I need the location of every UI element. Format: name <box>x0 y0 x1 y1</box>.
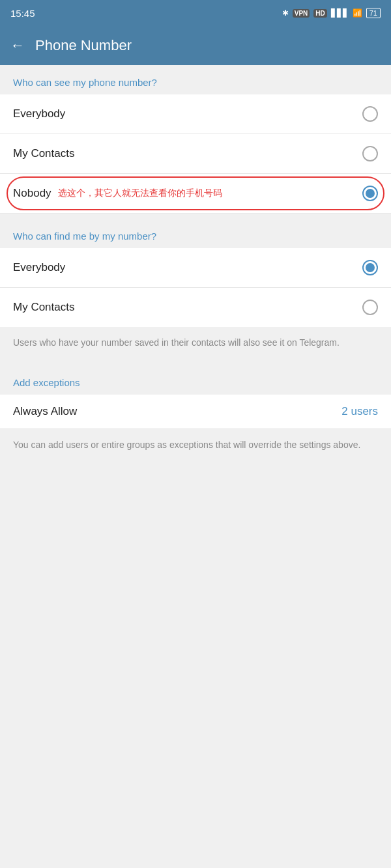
option-everybody1-label: Everybody <box>13 107 65 120</box>
option-everybody2-label: Everybody <box>13 261 65 274</box>
option-mycontacts2-label: My Contacts <box>13 301 74 314</box>
option-everybody1[interactable]: Everybody <box>0 94 391 134</box>
content: Who can see my phone number? Everybody M… <box>0 65 391 462</box>
option-mycontacts1-label: My Contacts <box>13 147 74 160</box>
section2-info: Users who have your number saved in thei… <box>0 327 391 360</box>
radio-mycontacts1[interactable] <box>362 146 378 161</box>
section3-info: You can add users or entire groups as ex… <box>0 429 391 462</box>
wifi-icon: 📶 <box>353 8 362 18</box>
option-nobody-label: Nobody <box>13 187 51 200</box>
radio-everybody2[interactable] <box>362 260 378 275</box>
gap2 <box>0 360 391 365</box>
always-allow-count: 2 users <box>341 405 378 418</box>
header: ← Phone Number <box>0 26 391 65</box>
status-icons: ✱ VPN HD ▋▋▋ 📶 71 <box>282 8 381 18</box>
section1-label: Who can see my phone number? <box>0 65 391 94</box>
radio-everybody1[interactable] <box>362 106 378 122</box>
option-mycontacts1[interactable]: My Contacts <box>0 134 391 174</box>
option-nobody[interactable]: Nobody 选这个，其它人就无法查看你的手机号码 <box>0 174 391 214</box>
battery-icon: 71 <box>366 8 381 18</box>
page-title: Phone Number <box>35 37 132 54</box>
hd-badge: HD <box>313 9 326 18</box>
section1-options: Everybody My Contacts Nobody 选这个，其它人就无法查… <box>0 94 391 214</box>
always-allow-label: Always Allow <box>13 405 77 418</box>
status-bar: 15:45 ✱ VPN HD ▋▋▋ 📶 71 <box>0 0 391 26</box>
signal-icon: ▋▋▋ <box>331 8 349 18</box>
option-mycontacts2[interactable]: My Contacts <box>0 288 391 327</box>
section3-label: Add exceptions <box>0 365 391 395</box>
nobody-annotation: 选这个，其它人就无法查看你的手机号码 <box>58 188 222 199</box>
option-everybody2[interactable]: Everybody <box>0 248 391 288</box>
always-allow-row[interactable]: Always Allow 2 users <box>0 395 391 429</box>
gap1 <box>0 214 391 219</box>
radio-nobody[interactable] <box>362 186 378 201</box>
vpn-badge: VPN <box>293 9 310 18</box>
section2-options: Everybody My Contacts <box>0 248 391 327</box>
radio-mycontacts2[interactable] <box>362 300 378 315</box>
back-button[interactable]: ← <box>10 37 25 54</box>
status-time: 15:45 <box>10 8 35 19</box>
section2-label: Who can find me by my number? <box>0 219 391 248</box>
section3-options: Always Allow 2 users <box>0 395 391 429</box>
bluetooth-icon: ✱ <box>282 8 289 18</box>
